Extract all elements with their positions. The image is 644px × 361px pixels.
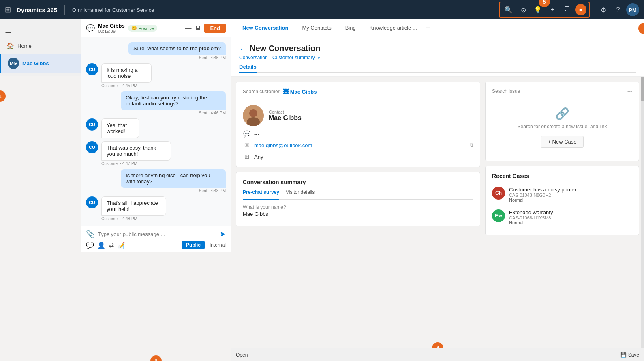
message-row: CU That's all, I appreciate your help! C…: [86, 196, 226, 221]
status-icon[interactable]: ●: [575, 4, 586, 15]
pre-chat-survey-tab[interactable]: Pre-chat survey: [243, 189, 279, 200]
grid-icon[interactable]: ⊞: [5, 5, 11, 14]
contact-channel-value: Any: [254, 154, 263, 160]
case-2-title: Extended warranty: [509, 209, 553, 215]
badge-2: 2: [150, 355, 162, 361]
issue-empty-state: 🔗 Search for or create a new issue, and …: [492, 101, 632, 154]
message-row: CU It is making a loud noise Customer · …: [86, 63, 226, 88]
sidebar-hamburger[interactable]: ☰: [0, 23, 81, 38]
case-item[interactable]: Ch Customer has a noisy printer CAS-0104…: [492, 183, 632, 206]
chevron-down-icon: ∨: [317, 56, 320, 60]
user-avatar[interactable]: PM: [626, 3, 639, 16]
contact-photo: [243, 105, 264, 126]
sidebar: ☰ 🏠 Home MG Mae Gibbs: [0, 19, 81, 76]
customer-message: It is making a loud noise: [101, 63, 152, 83]
summary-more-tabs[interactable]: ···: [323, 189, 328, 199]
contact-name-display: Mae Gibbs: [269, 114, 302, 122]
new-case-button[interactable]: + New Case: [541, 136, 583, 148]
more-toolbar-icon[interactable]: ···: [128, 241, 134, 249]
sidebar-item-home[interactable]: 🏠 Home: [0, 38, 81, 54]
chat-header: 💬 Mae Gibbs 00:19:39 😊 Positive — 🖥 End: [81, 19, 231, 37]
search-issue-dashes: ---: [627, 88, 632, 94]
filter-icon[interactable]: ⛉: [561, 3, 573, 16]
message-time: Sent · 4:46 PM: [86, 111, 226, 115]
agent-icon[interactable]: 👤: [97, 241, 105, 249]
task-icon[interactable]: ⊙: [517, 3, 530, 16]
summary-question-answer: Mae Gibbs: [243, 211, 473, 217]
contact-header: Contact Mae Gibbs: [243, 105, 473, 126]
right-content-header: ← New Conversation Conversation · Custom…: [231, 37, 644, 77]
search-customer-link[interactable]: 🖼 Mae Gibbs: [283, 88, 317, 95]
agent-message: Sure, what seems to be the problem?: [128, 42, 226, 55]
contact-avatar-svg: [243, 105, 264, 126]
message-time: Customer · 4:45 PM: [101, 84, 168, 88]
search-issue-label: Search issue: [492, 88, 520, 94]
chat-input-row: 📎 ➤: [86, 230, 226, 239]
recent-cases-card: Recent Cases Ch Customer has a noisy pri…: [485, 166, 639, 235]
bottom-bar: Open 💾 Save: [231, 348, 644, 361]
chat-panel: 💬 Mae Gibbs 00:19:39 😊 Positive — 🖥 End: [81, 19, 231, 252]
add-tab-icon[interactable]: +: [426, 24, 430, 32]
tab-new-conversation[interactable]: New Conversation: [236, 19, 295, 37]
search-nav-icon[interactable]: 🔍: [502, 3, 515, 16]
transfer-icon[interactable]: ⇄: [109, 241, 114, 249]
brand-name: Dynamics 365: [17, 6, 57, 13]
tab-my-contacts[interactable]: My Contacts: [295, 19, 338, 37]
nav-right-group: ⚙ ? PM: [597, 3, 639, 16]
case-item[interactable]: Ew Extended warranty CAS-01068-H1Y5M8 No…: [492, 206, 632, 228]
chat-header-left: 💬 Mae Gibbs 00:19:39 😊 Positive: [86, 23, 157, 34]
sidebar-item-mae-gibbs[interactable]: MG Mae Gibbs: [0, 54, 81, 73]
details-tab[interactable]: Details: [239, 64, 257, 73]
breadcrumb-conversation[interactable]: Conversation: [239, 55, 268, 60]
chat-contact-name: Mae Gibbs: [98, 23, 125, 29]
open-label[interactable]: Open: [236, 352, 248, 358]
attach-icon[interactable]: 📎: [86, 230, 95, 239]
sidebar-contact-name: Mae Gibbs: [22, 60, 49, 67]
notes-icon[interactable]: 📝: [117, 241, 125, 249]
sidebar-home-label: Home: [17, 43, 32, 49]
chat-minimize-icon[interactable]: —: [185, 25, 191, 32]
case-1-id: CAS-01043-N8G0H2: [509, 193, 576, 198]
visitor-details-tab[interactable]: Visitor details: [286, 189, 315, 200]
customer-message: That's all, I appreciate your help!: [101, 196, 166, 216]
breadcrumb-customer-summary[interactable]: Customer summary ∨: [272, 55, 320, 60]
save-icon: 💾: [620, 352, 627, 358]
help-icon[interactable]: ?: [612, 3, 625, 16]
back-button[interactable]: ←: [239, 45, 246, 54]
chat-contact-info: Mae Gibbs 00:19:39: [98, 23, 125, 34]
customer-avatar: CU: [86, 141, 98, 153]
breadcrumb-dot: ·: [270, 55, 271, 60]
main-layout: 1 ☰ 🏠 Home MG Mae Gibbs 2 💬 Mae Gibbs: [0, 19, 644, 361]
settings-icon[interactable]: ⚙: [597, 3, 610, 16]
tab-knowledge-article[interactable]: Knowledge article ...: [363, 19, 424, 37]
page-tabs: Details: [239, 64, 636, 73]
contact-card: Search customer 🖼 Mae Gibbs: [236, 82, 480, 167]
sentiment-label: Positive: [139, 26, 154, 31]
scrollbar[interactable]: [641, 77, 644, 348]
quick-reply-icon[interactable]: 💬: [86, 241, 94, 249]
right-panel: New Conversation My Contacts Bing Knowle…: [231, 19, 644, 361]
case-avatar-ch: Ch: [492, 187, 505, 200]
contact-email-value[interactable]: mae.gibbs@outlook.com: [254, 142, 312, 148]
end-chat-button[interactable]: End: [204, 24, 226, 33]
scrollbar-thumb[interactable]: [641, 77, 644, 101]
right-tabs: New Conversation My Contacts Bing Knowle…: [231, 19, 644, 37]
save-button[interactable]: 💾 Save: [620, 352, 639, 358]
message-time: Customer · 4:48 PM: [101, 217, 188, 221]
contact-dash-icon: 💬: [243, 130, 251, 138]
message-row: Sure, what seems to be the problem? Sent…: [86, 42, 226, 60]
summary-tabs: Pre-chat survey Visitor details ···: [243, 189, 473, 200]
internal-tab[interactable]: Internal: [210, 242, 226, 248]
sidebar-contact-avatar: MG: [8, 58, 19, 69]
app-name: Omnichannel for Customer Service: [72, 7, 154, 13]
monitor-icon[interactable]: 🖥: [195, 25, 201, 32]
conversation-summary-card: Conversation summary Pre-chat survey Vis…: [236, 172, 480, 226]
chat-message-input[interactable]: [98, 231, 216, 237]
public-tab[interactable]: Public: [182, 241, 205, 249]
chat-timer: 00:19:39: [98, 29, 125, 34]
send-icon[interactable]: ➤: [220, 230, 226, 239]
breadcrumb: Conversation · Customer summary ∨: [239, 55, 636, 60]
case-2-info: Extended warranty CAS-01068-H1Y5M8 Norma…: [509, 209, 553, 225]
tab-bing[interactable]: Bing: [339, 19, 362, 37]
copy-icon[interactable]: ⧉: [470, 142, 473, 148]
